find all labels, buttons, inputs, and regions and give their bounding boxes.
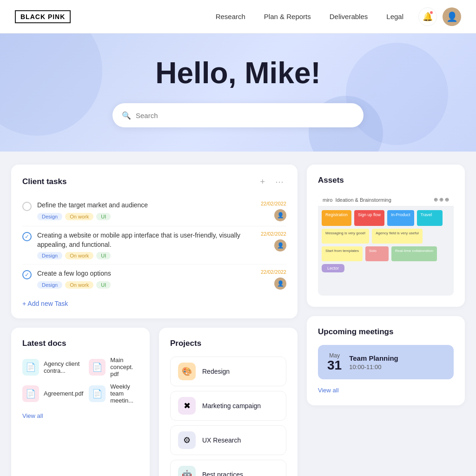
- task-body-1: Define the target market and audience De…: [37, 201, 255, 220]
- task-avatar-2: 👤: [274, 239, 286, 251]
- card-header: Client tasks + ⋯: [22, 176, 286, 188]
- nav-research[interactable]: Research: [216, 13, 245, 20]
- task-body-3: Create a few logo options Design On work…: [37, 269, 255, 289]
- list-item[interactable]: 📄 Weekly team meetin...: [89, 383, 139, 404]
- hero-section: Hello, Mike! 🔍: [0, 33, 476, 152]
- tag-onwork: On work: [65, 213, 93, 220]
- task-text-3: Create a few logo options: [37, 269, 255, 278]
- meeting-item[interactable]: May 31 Team Planning 10:00-11:00: [318, 345, 454, 379]
- doc-icon-1: 📄: [22, 359, 39, 376]
- nav-deliverables[interactable]: Deliverables: [330, 13, 368, 20]
- sticky-note-2: Agency field is very useful: [372, 229, 423, 244]
- task-text-2: Creating a website or mobile app interfa…: [37, 231, 255, 249]
- projects-card: Projects 🎨 Redesign ✖ Marketing campaign…: [159, 328, 298, 476]
- docs-grid: 📄 Agency client contra... 📄 Main concept…: [22, 357, 139, 404]
- nav-links: Research Plan & Reports Deliverables Leg…: [216, 13, 403, 20]
- card-actions: + ⋯: [257, 176, 286, 188]
- sticky-solo: Solo: [365, 246, 389, 261]
- latest-docs-title: Latest docs: [22, 339, 139, 348]
- meeting-info: Team Planning 10:00-11:00: [349, 354, 444, 370]
- user-avatar[interactable]: 👤: [443, 7, 461, 26]
- doc-icon-4: 📄: [89, 385, 106, 402]
- doc-icon-3: 📄: [22, 385, 39, 402]
- task-checkbox-2[interactable]: ✓: [22, 232, 32, 241]
- tag-onwork-3: On work: [65, 281, 93, 289]
- tag-design: Design: [37, 213, 62, 220]
- task-date-3: 22/02/2022: [261, 269, 286, 275]
- task-meta-2: 22/02/2022 👤: [261, 231, 286, 251]
- sticky-note-1: Messaging is very good!: [322, 229, 369, 244]
- search-input[interactable]: [136, 112, 354, 119]
- notification-badge: [430, 11, 433, 14]
- task-text-1: Define the target market and audience: [37, 201, 255, 210]
- meeting-title: Team Planning: [349, 354, 444, 362]
- tag-ui: UI: [96, 213, 111, 220]
- projects-title: Projects: [170, 339, 286, 348]
- list-item[interactable]: 📄 Agreement.pdf: [22, 383, 83, 404]
- project-icon-best: 🤖: [178, 466, 196, 476]
- project-icon-marketing: ✖: [178, 397, 196, 415]
- latest-docs-header: Latest docs: [22, 339, 139, 348]
- meetings-title: Upcoming meetings: [318, 327, 454, 337]
- search-bar[interactable]: 🔍: [112, 103, 364, 127]
- assets-title: Assets: [318, 176, 454, 185]
- doc-name-2: Main concept. pdf: [110, 357, 139, 377]
- project-name-ux: UX Research: [202, 436, 241, 444]
- task-checkbox-1[interactable]: [22, 202, 32, 211]
- logo[interactable]: BLACK PINK: [15, 10, 71, 23]
- list-item[interactable]: ⚙ UX Research: [170, 425, 286, 455]
- miro-canvas: Registration Sign up flow In-Product Tra…: [318, 206, 454, 276]
- bottom-row: Latest docs 📄 Agency client contra... 📄 …: [11, 328, 298, 476]
- tag-ui-3: UI: [96, 281, 111, 289]
- doc-icon-2: 📄: [89, 359, 106, 376]
- table-row: ✓ Create a few logo options Design On wo…: [22, 264, 286, 294]
- doc-name-1: Agency client contra...: [44, 360, 83, 374]
- project-name-marketing: Marketing campaign: [202, 402, 261, 410]
- nav-plan-reports[interactable]: Plan & Reports: [264, 13, 311, 20]
- nav-actions: 🔔 👤: [418, 7, 461, 26]
- list-item[interactable]: ✖ Marketing campaign: [170, 391, 286, 421]
- sticky-lector: Lector: [322, 264, 344, 272]
- meetings-view-all-button[interactable]: View all: [318, 387, 339, 394]
- nav-legal[interactable]: Legal: [386, 13, 403, 20]
- tag-ui-2: UI: [96, 252, 111, 259]
- assets-header: Assets: [318, 176, 454, 185]
- task-tags-2: Design On work UI: [37, 252, 255, 259]
- list-item[interactable]: 📄 Agency client contra...: [22, 357, 83, 377]
- decorative-blob-1: [0, 33, 102, 136]
- meeting-time: 10:00-11:00: [349, 364, 444, 370]
- upcoming-meetings-card: Upcoming meetings May 31 Team Planning 1…: [307, 316, 465, 405]
- table-row: ✓ Creating a website or mobile app inter…: [22, 226, 286, 264]
- client-tasks-card: Client tasks + ⋯ Define the target marke…: [11, 165, 298, 318]
- list-item[interactable]: 📄 Main concept. pdf: [89, 357, 139, 377]
- table-row: Define the target market and audience De…: [22, 196, 286, 226]
- miro-toolbar: miro Ideation & Brainstorming ⊕ ⊕ ⊕: [318, 193, 454, 206]
- add-task-button[interactable]: + Add new Task: [22, 300, 68, 307]
- miro-subtitle: Ideation & Brainstorming: [335, 197, 391, 203]
- task-avatar-3: 👤: [274, 278, 286, 290]
- tag-design-2: Design: [37, 252, 62, 259]
- notification-button[interactable]: 🔔: [418, 7, 437, 26]
- project-icon-ux: ⚙: [178, 431, 196, 449]
- doc-name-4: Weekly team meetin...: [110, 383, 139, 404]
- add-task-icon-btn[interactable]: +: [257, 176, 268, 188]
- docs-view-all-button[interactable]: View all: [22, 412, 43, 419]
- navbar: BLACK PINK Research Plan & Reports Deliv…: [0, 0, 476, 33]
- task-avatar-1: 👤: [274, 209, 286, 221]
- assets-preview[interactable]: miro Ideation & Brainstorming ⊕ ⊕ ⊕ Regi…: [318, 193, 454, 296]
- doc-name-3: Agreement.pdf: [44, 390, 83, 397]
- miro-label: miro: [323, 197, 332, 203]
- sticky-inproduct: In-Product: [387, 210, 414, 226]
- list-item[interactable]: 🤖 Best practices: [170, 460, 286, 476]
- right-column: Assets miro Ideation & Brainstorming ⊕ ⊕…: [307, 165, 465, 476]
- latest-docs-card: Latest docs 📄 Agency client contra... 📄 …: [11, 328, 150, 476]
- miro-board[interactable]: miro Ideation & Brainstorming ⊕ ⊕ ⊕ Regi…: [318, 193, 454, 296]
- list-item[interactable]: 🎨 Redesign: [170, 357, 286, 386]
- client-tasks-title: Client tasks: [22, 177, 257, 186]
- task-checkbox-3[interactable]: ✓: [22, 270, 32, 279]
- project-icon-redesign: 🎨: [178, 363, 196, 380]
- miro-actions: ⊕ ⊕ ⊕: [434, 197, 449, 203]
- meeting-day: 31: [327, 359, 342, 372]
- more-options-btn[interactable]: ⋯: [272, 176, 286, 188]
- meeting-date-box: May 31: [327, 352, 342, 372]
